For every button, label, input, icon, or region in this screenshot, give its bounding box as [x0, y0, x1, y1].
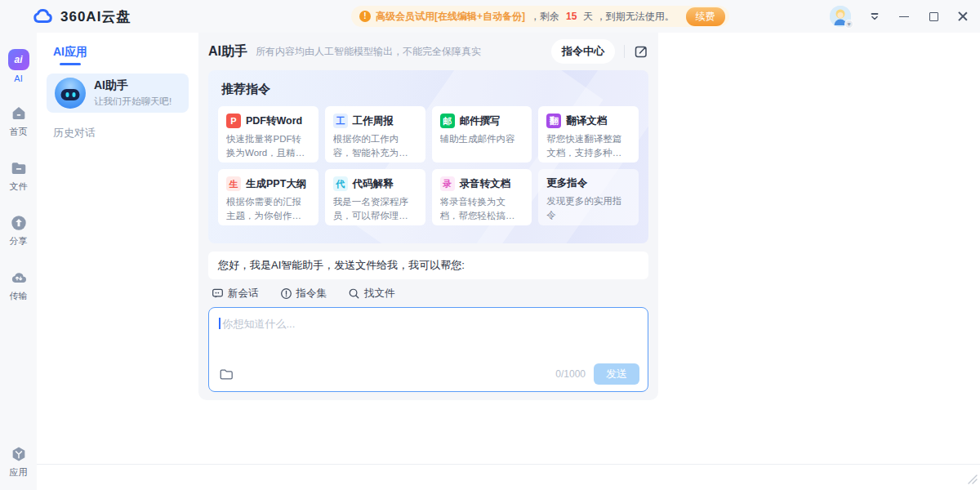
avatar-status-badge: ♥	[844, 20, 853, 29]
title-bar: 360AI云盘 ! 高级会员试用[在线编辑+自动备份] ，剩余 15 天 ，到期…	[0, 0, 980, 33]
banner-days-remaining: 15	[566, 11, 577, 22]
quick-actions-row: 新会话 指令集 找文件	[212, 287, 648, 301]
ai-assistant-list-item[interactable]: AI助手 让我们开始聊天吧!	[47, 74, 189, 113]
minimize-to-tray-icon[interactable]	[869, 11, 880, 22]
attach-file-icon[interactable]	[219, 368, 234, 381]
nav-item-apps[interactable]: 应用	[10, 445, 28, 479]
nav-label: AI	[14, 74, 22, 83]
tab-label: AI应用	[53, 45, 87, 60]
card-description: 我是一名资深程序员，可以帮你理解代码	[333, 195, 417, 222]
card-description: 根据你需要的汇报主题，为你创作一份PP...	[226, 195, 310, 222]
cloud-transfer-icon	[10, 269, 28, 287]
card-badge-icon: 录	[440, 176, 455, 191]
card-title: 邮件撰写	[460, 114, 501, 128]
command-card-email-writing[interactable]: 邮 邮件撰写 辅助生成邮件内容	[432, 106, 532, 163]
action-label: 指令集	[296, 287, 327, 301]
close-button[interactable]	[957, 11, 969, 22]
membership-banner: ! 高级会员试用[在线编辑+自动备份] ，剩余 15 天 ，到期无法使用。 续费	[351, 6, 729, 27]
card-badge-icon: 生	[226, 176, 241, 191]
maximize-button[interactable]	[928, 11, 939, 22]
history-section-label: 历史对话	[53, 126, 198, 140]
nav-item-home[interactable]: 首页	[10, 105, 28, 138]
renew-button[interactable]: 续费	[686, 7, 725, 26]
ai-sidebar: AI应用 AI助手 让我们开始聊天吧! 历史对话	[37, 33, 198, 490]
card-description: 发现更多的实用指令	[546, 194, 630, 221]
new-chat-icon[interactable]	[634, 44, 648, 59]
assistant-item-title: AI助手	[94, 78, 172, 93]
nav-label: 首页	[10, 126, 28, 138]
share-icon	[10, 214, 28, 232]
command-set-button[interactable]: 指令集	[280, 287, 327, 301]
app-logo: 360AI云盘	[31, 7, 131, 26]
card-description: 帮您快速翻译整篇文档，支持多种语言	[546, 132, 630, 159]
nav-item-ai[interactable]: ai AI	[8, 49, 29, 83]
app-title: 360AI云盘	[60, 7, 131, 26]
panel-header: AI助手 所有内容均由人工智能模型输出，不能完全保障真实 指令中心	[208, 33, 648, 70]
command-card-translate-doc[interactable]: 翻 翻译文档 帮您快速翻译整篇文档，支持多种语言	[538, 106, 639, 163]
char-counter: 0/1000	[555, 368, 586, 380]
chat-bubble-icon	[212, 287, 224, 300]
card-title: 代码解释	[353, 177, 394, 191]
command-card-code-explain[interactable]: 代 代码解释 我是一名资深程序员，可以帮你理解代码	[325, 169, 425, 225]
nav-label: 传输	[10, 290, 28, 302]
nav-label: 应用	[10, 466, 28, 479]
ai-app-icon: ai	[8, 49, 29, 70]
card-description: 快速批量将PDF转换为Word，且精确保留排版	[226, 132, 310, 159]
tab-ai-apps[interactable]: AI应用	[53, 45, 87, 65]
text-caret	[219, 318, 220, 329]
card-title: 翻译文档	[566, 114, 607, 128]
assistant-greeting-message: 您好，我是AI智能助手，发送文件给我，我可以帮您:	[208, 252, 648, 279]
command-card-more[interactable]: 更多指令 发现更多的实用指令	[538, 169, 639, 225]
minimize-button[interactable]	[898, 11, 910, 22]
card-description: 辅助生成邮件内容	[440, 132, 524, 146]
search-icon	[348, 287, 360, 300]
folder-icon	[10, 159, 28, 177]
command-card-pdf-to-word[interactable]: P PDF转Word 快速批量将PDF转换为Word，且精确保留排版	[218, 106, 318, 163]
apps-hexagon-icon	[10, 445, 28, 463]
find-file-button[interactable]: 找文件	[348, 287, 395, 301]
card-badge-icon: 工	[333, 114, 348, 128]
nav-item-transfer[interactable]: 传输	[10, 269, 28, 302]
page-title: AI助手	[208, 43, 247, 60]
card-badge-icon: 邮	[440, 114, 455, 128]
command-circle-icon	[280, 287, 292, 300]
divider	[624, 45, 625, 58]
nav-item-files[interactable]: 文件	[10, 159, 28, 193]
card-title: PDF转Word	[246, 114, 302, 128]
command-card-weekly-report[interactable]: 工 工作周报 根据你的工作内容，智能补充为完整周报	[325, 106, 425, 163]
input-placeholder: 你想知道什么...	[223, 318, 296, 330]
send-button[interactable]: 发送	[594, 363, 639, 385]
recommended-commands-section: 推荐指令 P PDF转Word 快速批量将PDF转换为Word，且精确保留排版 …	[208, 70, 648, 243]
action-label: 新会话	[228, 287, 259, 301]
cloud-logo-icon	[31, 8, 54, 25]
card-badge-icon: 代	[333, 176, 348, 191]
recommended-commands-title: 推荐指令	[221, 82, 639, 97]
status-bar-divider	[37, 464, 980, 465]
banner-highlight-text: 高级会员试用[在线编辑+自动备份]	[376, 10, 525, 24]
nav-label: 分享	[10, 235, 28, 247]
command-card-ppt-outline[interactable]: 生 生成PPT大纲 根据你需要的汇报主题，为你创作一份PP...	[218, 169, 318, 225]
command-card-audio-to-doc[interactable]: 录 录音转文档 将录音转换为文档，帮您轻松搞定会议记录	[432, 169, 532, 225]
robot-avatar-icon	[55, 78, 86, 109]
card-title: 工作周报	[353, 114, 394, 128]
nav-label: 文件	[10, 180, 28, 193]
card-title: 生成PPT大纲	[246, 177, 306, 191]
home-icon	[10, 105, 28, 122]
nav-item-share[interactable]: 分享	[10, 214, 28, 247]
card-title: 录音转文档	[460, 177, 511, 191]
resize-grip[interactable]	[967, 473, 978, 488]
card-description: 根据你的工作内容，智能补充为完整周报	[333, 132, 417, 159]
user-avatar[interactable]: ♥	[830, 6, 851, 27]
banner-mid-text: ，剩余	[530, 10, 559, 24]
chat-input[interactable]: 你想知道什么... 0/1000 发送	[208, 307, 648, 392]
card-title: 更多指令	[546, 176, 587, 190]
banner-tail-text: 天 ，到期无法使用。	[583, 10, 674, 24]
new-conversation-button[interactable]: 新会话	[212, 287, 259, 301]
tab-active-underline	[60, 63, 81, 65]
command-center-button[interactable]: 指令中心	[551, 39, 615, 64]
assistant-item-subtitle: 让我们开始聊天吧!	[94, 96, 172, 108]
card-badge-icon: P	[226, 114, 241, 128]
card-badge-icon: 翻	[546, 114, 561, 128]
action-label: 找文件	[364, 287, 395, 301]
nav-rail: ai AI 首页 文件 分享	[0, 33, 37, 490]
